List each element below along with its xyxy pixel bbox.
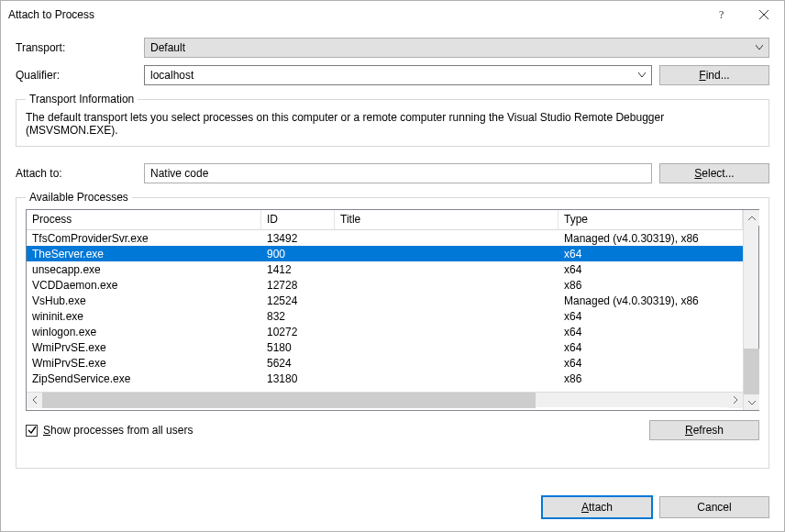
title-bar: Attach to Process ? <box>1 1 784 28</box>
attach-to-value-box: Native code <box>144 163 652 183</box>
process-cell-id: 1412 <box>261 263 335 276</box>
attach-button[interactable]: Attach <box>542 496 652 518</box>
process-cell-type: x64 <box>558 326 743 338</box>
process-cell-type: x86 <box>558 279 743 292</box>
transport-info-group: Transport Information The default transp… <box>16 93 769 147</box>
process-cell-id: 10272 <box>261 326 335 338</box>
window-title: Attach to Process <box>8 8 702 21</box>
refresh-button[interactable]: Refresh <box>649 420 759 440</box>
column-type[interactable]: Type <box>558 210 743 230</box>
process-cell-id: 5180 <box>261 341 335 354</box>
process-cell-type: Managed (v4.0.30319), x86 <box>558 294 743 307</box>
attach-to-label: Attach to: <box>16 167 144 180</box>
vertical-scrollbar[interactable] <box>743 210 758 410</box>
process-cell-process: winlogon.exe <box>27 326 261 338</box>
process-cell-type: x64 <box>558 341 743 354</box>
process-cell-id: 12728 <box>261 279 335 292</box>
horizontal-scroll-thumb[interactable] <box>42 393 536 408</box>
process-cell-id: 12524 <box>261 294 335 307</box>
process-cell-process: wininit.exe <box>27 310 261 323</box>
process-cell-process: VCDDaemon.exe <box>27 279 261 292</box>
process-row[interactable]: TfsComProviderSvr.exe13492Managed (v4.0.… <box>27 230 743 246</box>
process-row[interactable]: VCDDaemon.exe12728x86 <box>27 277 743 293</box>
process-cell-process: ZipSendService.exe <box>27 372 261 385</box>
process-listview[interactable]: Process ID Title Type TfsComProviderSvr.… <box>26 209 759 411</box>
available-processes-group: Available Processes Process ID Title Typ… <box>16 191 769 469</box>
process-row[interactable]: winlogon.exe10272x64 <box>27 324 743 339</box>
qualifier-combobox[interactable]: localhost <box>144 65 652 85</box>
scroll-right-icon[interactable] <box>727 393 743 408</box>
available-processes-legend: Available Processes <box>26 191 132 204</box>
qualifier-value: localhost <box>150 69 193 82</box>
show-all-users-checkbox[interactable] <box>26 425 38 437</box>
process-cell-id: 832 <box>261 310 335 323</box>
process-cell-process: VsHub.exe <box>27 294 261 307</box>
process-row[interactable]: WmiPrvSE.exe5624x64 <box>27 355 743 371</box>
process-cell-process: TheServer.exe <box>27 248 261 260</box>
column-process[interactable]: Process <box>27 210 261 230</box>
process-cell-type: x64 <box>558 248 743 260</box>
help-button[interactable]: ? <box>702 2 743 28</box>
process-cell-type: Managed (v4.0.30319), x86 <box>558 232 743 245</box>
process-cell-process: TfsComProviderSvr.exe <box>27 232 261 245</box>
process-cell-type: x64 <box>558 310 743 323</box>
find-button[interactable]: Find... <box>659 65 769 85</box>
transport-value: Default <box>150 41 185 54</box>
scroll-down-icon[interactable] <box>744 394 759 410</box>
dialog-footer: Attach Cancel <box>16 496 769 518</box>
process-row[interactable]: ZipSendService.exe13180x86 <box>27 371 743 386</box>
transport-info-legend: Transport Information <box>26 93 138 105</box>
process-cell-id: 900 <box>261 248 335 260</box>
column-title[interactable]: Title <box>335 210 558 230</box>
chevron-down-icon <box>756 45 763 50</box>
process-cell-id: 5624 <box>261 357 335 370</box>
qualifier-label: Qualifier: <box>16 69 144 82</box>
svg-text:?: ? <box>719 9 724 20</box>
process-row[interactable]: unsecapp.exe1412x64 <box>27 261 743 277</box>
process-list-header[interactable]: Process ID Title Type <box>27 210 743 230</box>
process-cell-type: x64 <box>558 263 743 276</box>
show-all-users-label[interactable]: Show processes from all users <box>43 424 193 437</box>
cancel-button[interactable]: Cancel <box>659 496 769 518</box>
close-button[interactable] <box>743 2 784 28</box>
horizontal-scrollbar[interactable] <box>27 392 743 407</box>
select-button[interactable]: Select... <box>659 163 769 183</box>
process-cell-type: x86 <box>558 372 743 385</box>
scroll-up-icon[interactable] <box>744 210 759 226</box>
process-cell-id: 13180 <box>261 372 335 385</box>
attach-to-value: Native code <box>150 167 208 180</box>
process-cell-id: 13492 <box>261 232 335 245</box>
chevron-down-icon <box>638 72 646 78</box>
process-row[interactable]: WmiPrvSE.exe5180x64 <box>27 339 743 355</box>
scroll-left-icon[interactable] <box>27 393 42 408</box>
process-cell-process: WmiPrvSE.exe <box>27 357 261 370</box>
process-cell-type: x64 <box>558 357 743 370</box>
transport-dropdown[interactable]: Default <box>144 38 769 58</box>
process-row[interactable]: TheServer.exe900x64 <box>27 246 743 261</box>
vertical-scroll-thumb[interactable] <box>744 349 759 394</box>
transport-label: Transport: <box>16 41 144 54</box>
process-row[interactable]: wininit.exe832x64 <box>27 308 743 324</box>
column-id[interactable]: ID <box>261 210 335 230</box>
process-cell-process: unsecapp.exe <box>27 263 261 276</box>
process-cell-process: WmiPrvSE.exe <box>27 341 261 354</box>
transport-info-text: The default transport lets you select pr… <box>26 111 759 137</box>
process-row[interactable]: VsHub.exe12524Managed (v4.0.30319), x86 <box>27 293 743 308</box>
